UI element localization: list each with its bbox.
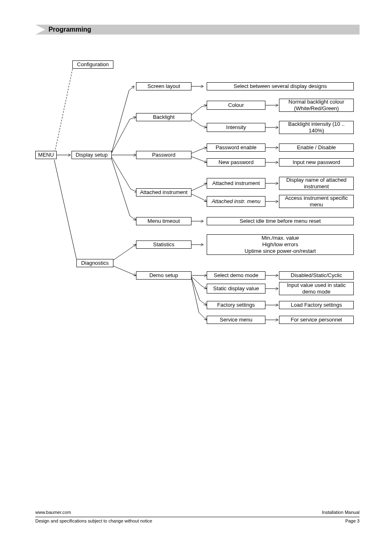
desc-colour: Normal backlight colour (White/Red/Green… xyxy=(279,99,354,112)
node-password: Password xyxy=(136,151,191,159)
section-header: Programming xyxy=(35,25,360,35)
node-statistics: Statistics xyxy=(136,240,191,249)
node-service-menu: Service menu xyxy=(207,316,265,324)
node-factory-settings: Factory settings xyxy=(207,301,265,309)
node-demo-setup: Demo setup xyxy=(136,271,191,280)
desc-new-password: Input new password xyxy=(279,158,354,166)
desc-attached-instrument: Display name of attached instrument xyxy=(279,177,354,190)
node-screen-layout: Screen layout xyxy=(136,82,191,90)
desc-intensity: Backlight intensity (10 .. 140%) xyxy=(279,121,354,134)
node-new-password: New password xyxy=(207,158,265,166)
node-attached-instrument-sub: Attached instrument xyxy=(207,178,265,189)
node-attached-instr-menu: Attached instr. menu xyxy=(207,196,265,207)
desc-select-demo-mode: Disabled/Static/Cyclic xyxy=(279,271,354,280)
desc-statistics-line3: Uptime since power-on/restart xyxy=(244,248,316,254)
desc-static-display-value: Input value used in static demo mode xyxy=(279,282,354,295)
footer-url: www.baumer.com xyxy=(35,510,71,515)
desc-menu-timeout: Select idle time before menu reset xyxy=(207,217,354,225)
desc-statistics-line2: High/low errors xyxy=(262,241,298,248)
footer-page-number: Page 3 xyxy=(345,518,360,523)
node-select-demo-mode: Select demo mode xyxy=(207,271,265,280)
desc-statistics: Min./max. value High/low errors Uptime s… xyxy=(207,234,354,255)
node-static-display-value: Static display value xyxy=(207,284,265,294)
desc-attached-instr-menu: Access instrument specific menu xyxy=(279,195,354,208)
node-menu: MENU xyxy=(35,151,57,159)
menu-hierarchy-diagram: MENU Configuration Display setup Diagnos… xyxy=(35,53,360,329)
node-configuration: Configuration xyxy=(72,60,113,69)
desc-screen-layout: Select between several display designs xyxy=(207,82,354,90)
node-attached-instrument: Attached instrument xyxy=(136,188,191,197)
node-intensity: Intensity xyxy=(207,123,265,132)
footer-disclaimer: Design and specifications subject to cha… xyxy=(35,518,152,523)
node-diagnostics: Diagnostics xyxy=(76,259,113,267)
desc-password-enable: Enable / Disable xyxy=(279,143,354,152)
header-wedge-icon xyxy=(35,25,45,35)
section-title: Programming xyxy=(45,26,91,33)
desc-statistics-line1: Min./max. value xyxy=(261,235,299,241)
page-footer: www.baumer.com Installation Manual Desig… xyxy=(35,509,360,524)
desc-factory-settings: Load Factory settings xyxy=(279,301,354,309)
node-colour: Colour xyxy=(207,101,265,110)
footer-doc-type: Installation Manual xyxy=(322,510,360,515)
node-password-enable: Password enable xyxy=(207,143,265,152)
node-display-setup: Display setup xyxy=(71,151,112,159)
node-backlight: Backlight xyxy=(136,113,191,121)
node-menu-timeout: Menu timeout xyxy=(136,217,191,225)
desc-service-menu: For service personnel xyxy=(279,316,354,324)
